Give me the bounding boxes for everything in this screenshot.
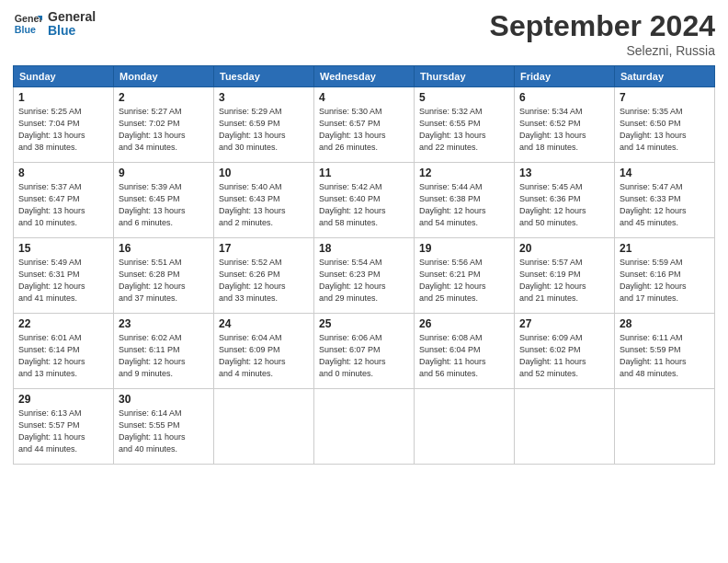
day-number: 29 <box>18 393 108 406</box>
svg-text:Blue: Blue <box>15 24 36 35</box>
table-row: 2Sunrise: 5:27 AMSunset: 7:02 PMDaylight… <box>114 87 214 163</box>
day-info: Sunrise: 5:42 AMSunset: 6:40 PMDaylight:… <box>319 181 409 229</box>
table-row: 5Sunrise: 5:32 AMSunset: 6:55 PMDaylight… <box>415 87 515 163</box>
col-saturday: Saturday <box>615 66 715 87</box>
table-row: 26Sunrise: 6:08 AMSunset: 6:04 PMDayligh… <box>415 314 515 389</box>
day-number: 23 <box>119 317 209 330</box>
day-number: 22 <box>18 317 108 330</box>
day-number: 1 <box>18 91 108 104</box>
table-row: 13Sunrise: 5:45 AMSunset: 6:36 PMDayligh… <box>515 163 615 238</box>
table-row: 25Sunrise: 6:06 AMSunset: 6:07 PMDayligh… <box>314 314 415 389</box>
day-number: 20 <box>519 242 609 255</box>
table-row: 28Sunrise: 6:11 AMSunset: 5:59 PMDayligh… <box>615 314 715 389</box>
table-row: 9Sunrise: 5:39 AMSunset: 6:45 PMDaylight… <box>114 163 214 238</box>
col-tuesday: Tuesday <box>214 66 314 87</box>
day-info: Sunrise: 5:25 AMSunset: 7:04 PMDaylight:… <box>18 106 108 154</box>
logo: General Blue General Blue <box>13 9 96 39</box>
day-number: 26 <box>419 317 509 330</box>
day-info: Sunrise: 5:54 AMSunset: 6:23 PMDaylight:… <box>319 257 409 304</box>
table-row: 21Sunrise: 5:59 AMSunset: 6:16 PMDayligh… <box>615 238 715 314</box>
col-wednesday: Wednesday <box>314 66 415 87</box>
day-info: Sunrise: 6:09 AMSunset: 6:02 PMDaylight:… <box>519 332 609 380</box>
day-number: 6 <box>519 91 609 104</box>
table-row: 1Sunrise: 5:25 AMSunset: 7:04 PMDaylight… <box>14 87 114 163</box>
day-number: 25 <box>319 317 409 330</box>
day-info: Sunrise: 5:35 AMSunset: 6:50 PMDaylight:… <box>620 106 710 154</box>
calendar-week-row: 22Sunrise: 6:01 AMSunset: 6:14 PMDayligh… <box>14 314 715 389</box>
day-number: 13 <box>519 167 609 179</box>
calendar-table: Sunday Monday Tuesday Wednesday Thursday… <box>13 65 715 465</box>
table-row: 24Sunrise: 6:04 AMSunset: 6:09 PMDayligh… <box>214 314 314 389</box>
calendar-week-row: 15Sunrise: 5:49 AMSunset: 6:31 PMDayligh… <box>14 238 715 314</box>
table-row: 3Sunrise: 5:29 AMSunset: 6:59 PMDaylight… <box>214 87 314 163</box>
table-row: 4Sunrise: 5:30 AMSunset: 6:57 PMDaylight… <box>314 87 415 163</box>
table-row: 6Sunrise: 5:34 AMSunset: 6:52 PMDaylight… <box>515 87 615 163</box>
table-row <box>214 389 314 465</box>
day-info: Sunrise: 5:59 AMSunset: 6:16 PMDaylight:… <box>620 257 710 304</box>
day-info: Sunrise: 5:44 AMSunset: 6:38 PMDaylight:… <box>419 181 509 229</box>
table-row: 14Sunrise: 5:47 AMSunset: 6:33 PMDayligh… <box>615 163 715 238</box>
location-subtitle: Selezni, Russia <box>490 43 715 58</box>
day-number: 4 <box>319 91 409 104</box>
table-row <box>415 389 515 465</box>
day-number: 7 <box>620 91 710 104</box>
day-info: Sunrise: 5:32 AMSunset: 6:55 PMDaylight:… <box>419 106 509 154</box>
table-row: 15Sunrise: 5:49 AMSunset: 6:31 PMDayligh… <box>14 238 114 314</box>
table-row: 8Sunrise: 5:37 AMSunset: 6:47 PMDaylight… <box>14 163 114 238</box>
day-info: Sunrise: 5:34 AMSunset: 6:52 PMDaylight:… <box>519 106 609 154</box>
day-info: Sunrise: 6:08 AMSunset: 6:04 PMDaylight:… <box>419 332 509 380</box>
table-row: 17Sunrise: 5:52 AMSunset: 6:26 PMDayligh… <box>214 238 314 314</box>
day-number: 17 <box>219 242 309 255</box>
table-row <box>615 389 715 465</box>
table-row: 27Sunrise: 6:09 AMSunset: 6:02 PMDayligh… <box>515 314 615 389</box>
table-row: 7Sunrise: 5:35 AMSunset: 6:50 PMDaylight… <box>615 87 715 163</box>
day-info: Sunrise: 5:39 AMSunset: 6:45 PMDaylight:… <box>119 181 209 229</box>
table-row: 20Sunrise: 5:57 AMSunset: 6:19 PMDayligh… <box>515 238 615 314</box>
table-row: 18Sunrise: 5:54 AMSunset: 6:23 PMDayligh… <box>314 238 415 314</box>
col-sunday: Sunday <box>14 66 114 87</box>
day-number: 2 <box>119 91 209 104</box>
day-number: 10 <box>219 167 309 179</box>
table-row: 10Sunrise: 5:40 AMSunset: 6:43 PMDayligh… <box>214 163 314 238</box>
col-monday: Monday <box>114 66 214 87</box>
day-info: Sunrise: 6:02 AMSunset: 6:11 PMDaylight:… <box>119 332 209 380</box>
day-info: Sunrise: 6:04 AMSunset: 6:09 PMDaylight:… <box>219 332 309 380</box>
table-row <box>515 389 615 465</box>
day-info: Sunrise: 6:11 AMSunset: 5:59 PMDaylight:… <box>620 332 710 380</box>
day-number: 28 <box>620 317 710 330</box>
day-info: Sunrise: 5:51 AMSunset: 6:28 PMDaylight:… <box>119 257 209 304</box>
table-row: 30Sunrise: 6:14 AMSunset: 5:55 PMDayligh… <box>114 389 214 465</box>
day-info: Sunrise: 6:13 AMSunset: 5:57 PMDaylight:… <box>18 408 108 455</box>
day-number: 18 <box>319 242 409 255</box>
day-info: Sunrise: 5:49 AMSunset: 6:31 PMDaylight:… <box>18 257 108 304</box>
calendar-header-row: Sunday Monday Tuesday Wednesday Thursday… <box>14 66 715 87</box>
table-row: 29Sunrise: 6:13 AMSunset: 5:57 PMDayligh… <box>14 389 114 465</box>
day-number: 30 <box>119 393 209 406</box>
day-info: Sunrise: 5:30 AMSunset: 6:57 PMDaylight:… <box>319 106 409 154</box>
table-row: 22Sunrise: 6:01 AMSunset: 6:14 PMDayligh… <box>14 314 114 389</box>
logo-line1: General <box>48 10 96 24</box>
day-number: 9 <box>119 167 209 179</box>
day-info: Sunrise: 5:47 AMSunset: 6:33 PMDaylight:… <box>620 181 710 229</box>
calendar-week-row: 8Sunrise: 5:37 AMSunset: 6:47 PMDaylight… <box>14 163 715 238</box>
day-info: Sunrise: 5:56 AMSunset: 6:21 PMDaylight:… <box>419 257 509 304</box>
day-number: 14 <box>620 167 710 179</box>
col-thursday: Thursday <box>415 66 515 87</box>
day-info: Sunrise: 6:14 AMSunset: 5:55 PMDaylight:… <box>119 408 209 455</box>
day-number: 15 <box>18 242 108 255</box>
day-number: 3 <box>219 91 309 104</box>
day-info: Sunrise: 5:45 AMSunset: 6:36 PMDaylight:… <box>519 181 609 229</box>
calendar-week-row: 29Sunrise: 6:13 AMSunset: 5:57 PMDayligh… <box>14 389 715 465</box>
day-number: 27 <box>519 317 609 330</box>
month-title: September 2024 <box>490 9 715 43</box>
day-info: Sunrise: 5:29 AMSunset: 6:59 PMDaylight:… <box>219 106 309 154</box>
table-row: 12Sunrise: 5:44 AMSunset: 6:38 PMDayligh… <box>415 163 515 238</box>
table-row: 16Sunrise: 5:51 AMSunset: 6:28 PMDayligh… <box>114 238 214 314</box>
day-info: Sunrise: 5:40 AMSunset: 6:43 PMDaylight:… <box>219 181 309 229</box>
day-number: 11 <box>319 167 409 179</box>
logo-line2: Blue <box>48 24 96 38</box>
title-block: September 2024 Selezni, Russia <box>490 9 715 58</box>
table-row: 23Sunrise: 6:02 AMSunset: 6:11 PMDayligh… <box>114 314 214 389</box>
day-info: Sunrise: 5:57 AMSunset: 6:19 PMDaylight:… <box>519 257 609 304</box>
day-number: 24 <box>219 317 309 330</box>
